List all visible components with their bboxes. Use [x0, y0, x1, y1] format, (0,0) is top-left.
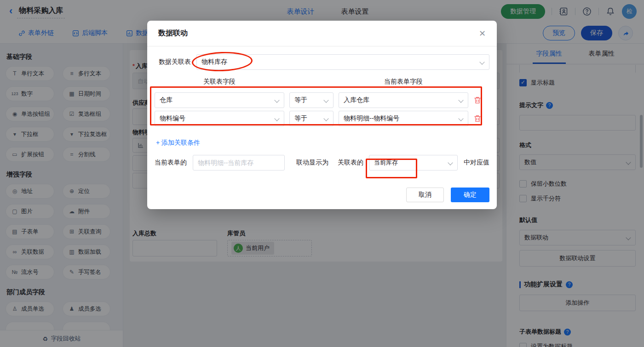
chevron-down-icon [323, 116, 328, 121]
close-icon[interactable]: ✕ [479, 28, 486, 39]
rel-display-field-select[interactable]: 当前库存 [369, 155, 458, 171]
data-linkage-modal: 数据联动 ✕ 数据关联表 物料库存 关联表字段 当前表单字段 仓库 等于 入库仓… [147, 21, 497, 209]
rel-table-row: 数据关联表 物料库存 [155, 54, 489, 70]
operator-select[interactable]: 等于 [289, 111, 334, 126]
modal-footer: 取消 确定 [406, 188, 489, 202]
rel-field-select[interactable]: 仓库 [155, 92, 284, 108]
delete-condition-icon[interactable] [473, 96, 482, 104]
linkage-display-row: 当前表单的 联动显示为 关联表的 当前库存 中对应值 [155, 155, 489, 171]
chevron-down-icon [479, 59, 484, 64]
chevron-down-icon [274, 97, 279, 102]
current-form-field-input[interactable] [193, 155, 285, 171]
modal-header: 数据联动 ✕ [147, 21, 497, 46]
modal-body: 数据关联表 物料库存 关联表字段 当前表单字段 仓库 等于 入库仓库 物料编号 … [147, 46, 497, 209]
col-header-form-field: 当前表单字段 [339, 78, 468, 86]
col-header-rel-field: 关联表字段 [155, 78, 284, 86]
form-field-select[interactable]: 物料明细--物料编号 [339, 111, 468, 126]
chevron-down-icon [448, 160, 453, 165]
rel-table-value: 物料库存 [201, 58, 227, 66]
current-form-label: 当前表单的 [155, 159, 187, 167]
rel-table-label: 数据关联表 [159, 58, 191, 66]
delete-condition-icon[interactable] [473, 114, 482, 123]
rel-of-label: 关联表的 [338, 159, 363, 167]
chevron-down-icon [274, 116, 279, 121]
condition-row: 仓库 等于 入库仓库 [155, 92, 489, 108]
operator-select[interactable]: 等于 [289, 92, 334, 108]
condition-headers: 关联表字段 当前表单字段 [155, 78, 489, 86]
cancel-button[interactable]: 取消 [406, 188, 444, 202]
rel-display-field-value: 当前库存 [374, 159, 398, 167]
chevron-down-icon [323, 97, 328, 102]
add-condition-link[interactable]: + 添加关联条件 [156, 139, 200, 147]
form-field-select[interactable]: 入库仓库 [339, 92, 468, 108]
condition-row: 物料编号 等于 物料明细--物料编号 [155, 111, 489, 126]
display-as-label: 联动显示为 [296, 159, 328, 167]
chevron-down-icon [458, 116, 463, 121]
rel-table-select[interactable]: 物料库存 [196, 54, 489, 70]
modal-title: 数据联动 [158, 28, 188, 38]
rel-field-select[interactable]: 物料编号 [155, 111, 284, 126]
suffix-label: 中对应值 [464, 159, 489, 167]
chevron-down-icon [458, 97, 463, 102]
condition-rows: 仓库 等于 入库仓库 物料编号 等于 物料明细--物料编号 [155, 92, 489, 126]
confirm-button[interactable]: 确定 [451, 188, 489, 202]
